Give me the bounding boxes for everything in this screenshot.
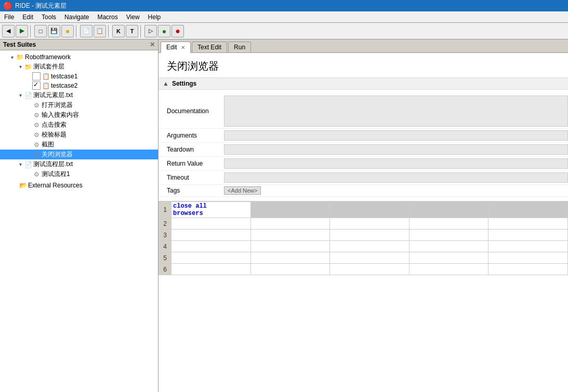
tree-node-testsuite[interactable]: ▾ 📁 测试套件层 (0, 62, 158, 72)
grid-cell-2-4[interactable] (409, 218, 488, 229)
toolbar-new-button[interactable]: □ (34, 25, 47, 37)
toolbar-t-button[interactable]: T (126, 25, 138, 37)
grid-cell-6-3[interactable] (330, 264, 410, 275)
checkbox-testcase2[interactable] (32, 82, 41, 90)
grid-cell-4-4[interactable] (409, 241, 488, 252)
grid-cell-keyword[interactable]: close allbrowsers (171, 202, 251, 218)
grid-cell-2-2[interactable] (250, 218, 330, 229)
grid-cell-6-4[interactable] (409, 264, 488, 275)
grid-cell-3-1[interactable] (171, 229, 251, 241)
grid-cell-2-5[interactable] (488, 218, 568, 229)
file-icon: 📄 (24, 91, 32, 100)
grid-cell-1-5[interactable] (488, 202, 568, 218)
tab-bar: Edit ✕ Text Edit Run (158, 39, 568, 53)
tab-edit[interactable]: Edit ✕ (161, 42, 191, 53)
toolbar-run-button[interactable]: ▷ (144, 25, 157, 37)
file-icon: 📄 (24, 160, 32, 169)
tree-node-verify-title[interactable]: ⚙ 校验标题 (0, 130, 158, 140)
tags-label: Tags (167, 187, 224, 194)
tab-text-edit[interactable]: Text Edit (192, 42, 227, 52)
grid-cell-3-3[interactable] (330, 229, 410, 241)
grid-cell-3-4[interactable] (409, 229, 488, 241)
tree-node-testcase2[interactable]: 📋 testcase2 (0, 81, 158, 90)
grid-cell-3-2[interactable] (250, 229, 330, 241)
toolbar-green-circle-button[interactable]: ● (158, 25, 170, 37)
grid-cell-4-3[interactable] (330, 241, 410, 252)
menu-edit[interactable]: Edit (18, 12, 37, 22)
tree-node-robotframework[interactable]: ▾ 📁 Robotframework (0, 52, 158, 62)
tab-text-edit-label: Text Edit (197, 44, 221, 51)
main-container: Test Suites ✕ ▾ 📁 Robotframework ▾ 📁 测试套… (0, 39, 568, 392)
toolbar-forward-button[interactable]: ▶ (16, 25, 28, 37)
toolbar-yellow-button[interactable]: ■ (61, 25, 74, 37)
folder-icon: 📁 (16, 53, 24, 61)
tree-node-click-search[interactable]: ⚙ 点击搜索 (0, 120, 158, 130)
toolbar-copy-button[interactable]: 📄 (80, 25, 93, 37)
grid-cell-6-1[interactable] (171, 264, 251, 275)
row-number-1: 1 (159, 202, 171, 218)
toolbar-k-button[interactable]: K (112, 25, 125, 37)
grid-cell-5-2[interactable] (250, 252, 330, 264)
expand-icon: ▾ (17, 92, 24, 98)
grid-cell-1-4[interactable] (409, 202, 488, 218)
menu-macros[interactable]: Macros (93, 12, 122, 22)
toolbar-back-button[interactable]: ◀ (2, 25, 15, 37)
panel-header: Test Suites ✕ (0, 39, 158, 50)
documentation-input[interactable] (224, 96, 568, 127)
timeout-input[interactable] (224, 172, 568, 183)
grid-cell-1-3[interactable] (330, 202, 410, 218)
return-value-label: Return Value (167, 160, 224, 167)
grid-cell-6-2[interactable] (250, 264, 330, 275)
tab-edit-close[interactable]: ✕ (181, 45, 185, 50)
toolbar-save-button[interactable]: 💾 (48, 25, 60, 37)
node-label: 测试流程1 (42, 170, 70, 179)
grid-cell-5-3[interactable] (330, 252, 410, 264)
tree-node-external-resources[interactable]: 📂 External Resources (0, 179, 158, 192)
tree-node-input-search[interactable]: ⚙ 输入搜索内容 (0, 110, 158, 120)
grid-cell-3-5[interactable] (488, 229, 568, 241)
teardown-input[interactable] (224, 144, 568, 155)
node-label: testcase1 (51, 73, 77, 80)
grid-cell-5-4[interactable] (409, 252, 488, 264)
tree-node-flow1[interactable]: ⚙ 测试流程1 (0, 169, 158, 179)
grid-cell-6-5[interactable] (488, 264, 568, 275)
expand-icon: ▾ (17, 64, 24, 70)
grid-cell-5-5[interactable] (488, 252, 568, 264)
arguments-input[interactable] (224, 130, 568, 141)
external-icon: 📂 (19, 181, 27, 190)
keyword-title: 关闭浏览器 (158, 53, 568, 77)
tree-node-testcase1[interactable]: 📋 testcase1 (0, 72, 158, 81)
tree-node-screenshot[interactable]: ⚙ 截图 (0, 140, 158, 150)
menu-view[interactable]: View (122, 12, 144, 22)
grid-cell-4-2[interactable] (250, 241, 330, 252)
toolbar-separator-4 (140, 25, 142, 37)
tab-run[interactable]: Run (228, 42, 251, 52)
grid-cell-4-1[interactable] (171, 241, 251, 252)
toolbar-paste-button[interactable]: 📋 (94, 25, 106, 37)
menu-tools[interactable]: Tools (37, 12, 60, 22)
tags-add-button[interactable]: <Add New> (224, 186, 261, 195)
grid-cell-4-5[interactable] (488, 241, 568, 252)
grid-cell-5-1[interactable] (171, 252, 251, 264)
menu-file[interactable]: File (0, 12, 18, 22)
panel-close-button[interactable]: ✕ (150, 41, 155, 48)
grid-cell-2-3[interactable] (330, 218, 410, 229)
menu-help[interactable]: Help (144, 12, 165, 22)
tree-node-element-layer[interactable]: ▾ 📄 测试元素层.txt (0, 90, 158, 100)
settings-section-header[interactable]: ▲ Settings (158, 77, 568, 90)
tree-node-flow-layer[interactable]: ▾ 📄 测试流程层.txt (0, 159, 158, 169)
tree-node-close-browser[interactable]: ⚙ 关闭浏览器 (0, 150, 158, 159)
checkbox-testcase1[interactable] (32, 72, 41, 80)
menu-navigate[interactable]: Navigate (60, 12, 93, 22)
return-value-input[interactable] (224, 158, 568, 169)
grid-cell-1-2[interactable] (250, 202, 330, 218)
tree-node-open-browser[interactable]: ⚙ 打开浏览器 (0, 100, 158, 110)
keyword-grid: 1 close allbrowsers 2 (158, 201, 568, 275)
node-label: 输入搜索内容 (42, 111, 79, 119)
testcase-icon: 📋 (42, 72, 50, 80)
timeout-row: Timeout (158, 171, 568, 185)
toolbar-stop-button[interactable]: ● (171, 25, 184, 37)
grid-cell-2-1[interactable] (171, 218, 251, 229)
app-icon: 🔴 (3, 2, 12, 10)
node-label: Robotframework (25, 53, 71, 61)
